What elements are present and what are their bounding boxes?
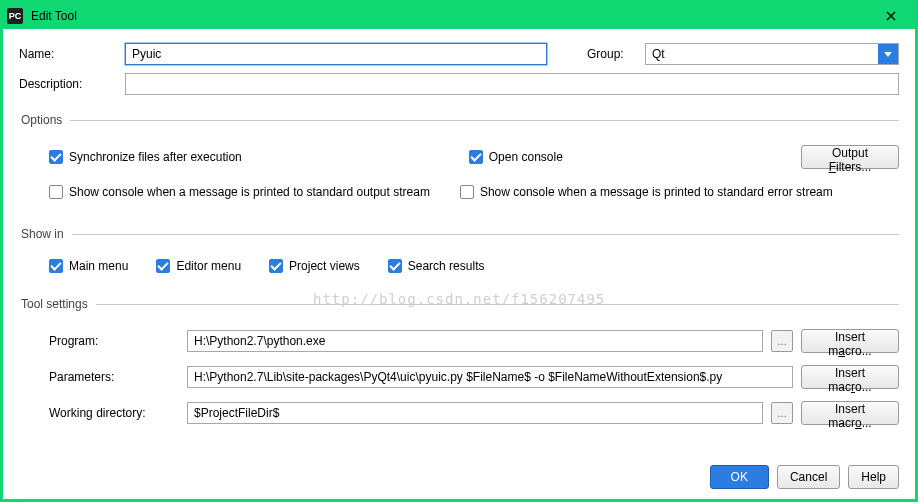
program-browse-button[interactable]: …: [771, 330, 793, 352]
editor-menu-label[interactable]: Editor menu: [176, 259, 241, 273]
stdout-label[interactable]: Show console when a message is printed t…: [69, 185, 430, 199]
help-button[interactable]: Help: [848, 465, 899, 489]
program-input[interactable]: [187, 330, 763, 352]
options-legend: Options: [19, 113, 70, 127]
description-label: Description:: [19, 77, 117, 91]
sync-checkbox[interactable]: [49, 150, 63, 164]
chevron-down-icon: [878, 44, 898, 64]
tool-settings-group: Tool settings Program: … Insert macro...…: [19, 297, 899, 439]
stderr-checkbox[interactable]: [460, 185, 474, 199]
close-button[interactable]: [871, 4, 911, 28]
parameters-input[interactable]: [187, 366, 793, 388]
window-title: Edit Tool: [29, 9, 871, 23]
program-insert-macro-button[interactable]: Insert macro...: [801, 329, 899, 353]
open-console-checkbox[interactable]: [469, 150, 483, 164]
group-label: Group:: [587, 47, 637, 61]
output-filters-button[interactable]: Output Filters...: [801, 145, 899, 169]
options-group: Options Synchronize files after executio…: [19, 113, 899, 217]
close-icon: [886, 11, 896, 21]
parameters-label: Parameters:: [49, 370, 179, 384]
ok-button[interactable]: OK: [710, 465, 769, 489]
project-views-label[interactable]: Project views: [289, 259, 360, 273]
open-console-label[interactable]: Open console: [489, 150, 563, 164]
main-menu-label[interactable]: Main menu: [69, 259, 128, 273]
group-selected-value: Qt: [652, 47, 665, 61]
cancel-button[interactable]: Cancel: [777, 465, 840, 489]
description-input[interactable]: [125, 73, 899, 95]
tool-legend: Tool settings: [19, 297, 96, 311]
name-input[interactable]: [125, 43, 547, 65]
search-results-label[interactable]: Search results: [408, 259, 485, 273]
parameters-insert-macro-button[interactable]: Insert macro...: [801, 365, 899, 389]
stdout-checkbox[interactable]: [49, 185, 63, 199]
project-views-checkbox[interactable]: [269, 259, 283, 273]
name-label: Name:: [19, 47, 117, 61]
workdir-insert-macro-button[interactable]: Insert macro...: [801, 401, 899, 425]
workdir-input[interactable]: [187, 402, 763, 424]
main-menu-checkbox[interactable]: [49, 259, 63, 273]
dialog-footer: OK Cancel Help: [19, 453, 899, 489]
dialog-content: http://blog.csdn.net/f156207495 Name: Gr…: [3, 29, 915, 499]
edit-tool-dialog: PC Edit Tool http://blog.csdn.net/f15620…: [0, 0, 918, 502]
workdir-browse-button[interactable]: …: [771, 402, 793, 424]
sync-label[interactable]: Synchronize files after execution: [69, 150, 242, 164]
showin-legend: Show in: [19, 227, 72, 241]
app-icon: PC: [7, 8, 23, 24]
workdir-label: Working directory:: [49, 406, 179, 420]
showin-group: Show in Main menu Editor menu Project vi…: [19, 227, 899, 287]
group-select[interactable]: Qt: [645, 43, 899, 65]
titlebar: PC Edit Tool: [3, 3, 915, 29]
stderr-label[interactable]: Show console when a message is printed t…: [480, 185, 833, 199]
editor-menu-checkbox[interactable]: [156, 259, 170, 273]
search-results-checkbox[interactable]: [388, 259, 402, 273]
program-label: Program:: [49, 334, 179, 348]
